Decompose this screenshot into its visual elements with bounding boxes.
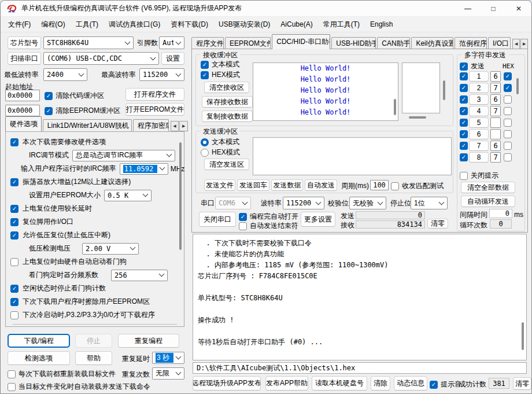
idle-stop-watchdog-checkbox[interactable] bbox=[10, 285, 19, 293]
send-data-button[interactable]: 发送数据 bbox=[271, 179, 303, 191]
send-enter-button[interactable]: 发送回车 bbox=[237, 179, 269, 191]
parity-select[interactable]: 无校验 bbox=[349, 197, 386, 209]
baud-select[interactable]: 115200 bbox=[283, 197, 324, 209]
multi-row-checkbox[interactable] bbox=[460, 153, 468, 161]
multi-row-hex-checkbox[interactable] bbox=[504, 107, 512, 115]
multi-row-hex-checkbox[interactable] bbox=[504, 84, 512, 92]
menu-aicube[interactable]: AiCube(A) bbox=[275, 20, 317, 28]
multi-row-input[interactable] bbox=[490, 94, 501, 105]
tab-program-file[interactable]: 程序文件 bbox=[191, 37, 224, 49]
cold-boot-p32-p33-checkbox[interactable] bbox=[10, 311, 19, 319]
minimize-icon[interactable]: — bbox=[455, 1, 481, 16]
auto-terminator-option[interactable]: 自动发送结束符 bbox=[239, 221, 298, 231]
max-baud-select[interactable]: 115200 bbox=[139, 68, 184, 81]
help-button[interactable]: 帮助 bbox=[75, 351, 112, 365]
multi-row-checkbox[interactable] bbox=[460, 72, 468, 80]
chip-model-select[interactable]: STC8H8K64U bbox=[43, 36, 134, 49]
stop-bits-select[interactable]: 1位 bbox=[411, 197, 448, 209]
auto-send-button[interactable]: 自动发送 bbox=[305, 179, 337, 191]
multi-row-hex-checkbox[interactable] bbox=[504, 142, 512, 150]
auto-open-option[interactable]: 编程完自动打开 bbox=[239, 212, 298, 222]
main-tab-scroll-right-icon[interactable]: ▶ bbox=[520, 39, 528, 49]
multi-row-hex-checkbox[interactable] bbox=[504, 95, 512, 104]
clear-eeprom-checkbox[interactable] bbox=[45, 107, 53, 115]
lvd-voltage-select[interactable]: 2.00 V bbox=[82, 243, 139, 255]
stop-button[interactable]: 停止 bbox=[75, 334, 112, 348]
maximize-icon[interactable]: □ bbox=[481, 1, 506, 16]
tab-hardware-options[interactable]: 硬件选项 bbox=[5, 116, 42, 131]
tab-program-encrypt[interactable]: 程序加密后 bbox=[133, 119, 169, 131]
remote-upgrade-publish-button[interactable]: 远程现场升级APP发布 bbox=[193, 376, 261, 391]
auto-terminator-checkbox[interactable] bbox=[239, 222, 247, 230]
multi-row-button[interactable]: 4 bbox=[469, 106, 489, 116]
multi-row-checkbox[interactable] bbox=[460, 107, 468, 115]
menu-usb-driver[interactable]: USB驱动安装(D) bbox=[213, 20, 275, 30]
irc-frequency-select[interactable]: 11.0592 bbox=[120, 163, 168, 175]
port-settings-button[interactable]: 设置 bbox=[161, 52, 184, 65]
receive-scrollbar[interactable] bbox=[394, 99, 396, 115]
tab-usb-hid-assistant[interactable]: USB-HID助手 bbox=[331, 37, 376, 49]
multi-row-button[interactable]: 5 bbox=[469, 117, 489, 128]
clear-send-button[interactable]: 清空发送区 bbox=[204, 159, 249, 170]
multi-row-button[interactable]: 3 bbox=[469, 94, 489, 105]
multi-row-button[interactable]: 7 bbox=[469, 141, 489, 151]
read-disk-id-button[interactable]: 读取本机硬盘号 bbox=[312, 376, 367, 391]
eeprom-size-select[interactable]: 0.5 K bbox=[104, 190, 152, 201]
multi-row-button[interactable]: 1 bbox=[469, 71, 489, 82]
tab-can-assistant[interactable]: CAN助手 bbox=[377, 37, 410, 49]
close-icon[interactable]: ✕ bbox=[506, 1, 531, 16]
recv-text-mode-option[interactable]: 文本模式 bbox=[201, 60, 239, 69]
erase-eeprom-next-download-checkbox[interactable] bbox=[10, 298, 19, 306]
code-start-address-input[interactable] bbox=[5, 90, 40, 101]
multi-row-input[interactable] bbox=[490, 83, 501, 93]
modify-hw-options-checkbox[interactable] bbox=[10, 138, 19, 146]
scan-port-button[interactable]: 扫描串口 bbox=[8, 52, 41, 65]
tab-cdc-hid-serial-assistant[interactable]: CDC/HID-串口助手 bbox=[272, 34, 330, 49]
multi-row-input[interactable] bbox=[490, 71, 501, 82]
status-scrollbar[interactable] bbox=[522, 322, 524, 350]
hw-watchdog-checkbox[interactable] bbox=[10, 258, 19, 266]
clear-code-checkbox[interactable] bbox=[45, 92, 53, 100]
multi-row-checkbox[interactable] bbox=[460, 95, 468, 104]
menu-tools[interactable]: 工具(T) bbox=[71, 20, 104, 30]
multi-row-checkbox[interactable] bbox=[460, 119, 468, 127]
tab-scroll-left-icon[interactable]: ◀ bbox=[171, 121, 179, 131]
multi-row-button[interactable]: 2 bbox=[469, 83, 489, 93]
clear-code-buffer-option[interactable]: 清除代码缓冲区 bbox=[45, 91, 104, 101]
receive-textarea[interactable]: Hello World! Hello World! Hello World! H… bbox=[253, 62, 398, 121]
dynamic-info-button[interactable]: 动态信息 bbox=[394, 376, 427, 391]
tab-eeprom-file[interactable]: EEPROM文件 bbox=[225, 37, 271, 49]
beep-checkbox[interactable] bbox=[430, 381, 438, 389]
multi-row-checkbox[interactable] bbox=[460, 142, 468, 150]
interval-field[interactable]: 0 bbox=[489, 209, 512, 218]
repeat-count-select[interactable]: 无限 bbox=[152, 367, 184, 380]
chip-type-button[interactable]: 芯片型号 bbox=[8, 36, 41, 49]
multi-row-hex-checkbox[interactable] bbox=[504, 72, 512, 80]
tab-scroll-right-icon[interactable]: ▶ bbox=[179, 121, 188, 131]
recv-hex-mode-checkbox[interactable] bbox=[201, 71, 209, 79]
hex-view-vscrollbar[interactable] bbox=[443, 80, 445, 100]
send-textarea[interactable] bbox=[253, 137, 452, 175]
multi-send-all-checkbox[interactable] bbox=[460, 62, 468, 71]
serial-port-select[interactable]: (COM6) USB-CDC,CDC bbox=[43, 52, 159, 65]
multi-row-checkbox[interactable] bbox=[460, 130, 468, 138]
close-tip-checkbox[interactable] bbox=[460, 172, 468, 180]
menu-english[interactable]: English bbox=[365, 20, 398, 28]
recv-text-mode-checkbox[interactable] bbox=[201, 61, 209, 69]
watchdog-prescaler-select[interactable]: 256 bbox=[111, 270, 168, 281]
long-por-delay-checkbox[interactable] bbox=[10, 205, 19, 213]
pins-select[interactable]: Auto bbox=[159, 36, 184, 49]
receive-hex-view[interactable] bbox=[402, 62, 440, 113]
oscillator-gain-checkbox[interactable] bbox=[10, 178, 19, 186]
recv-hex-mode-option[interactable]: HEX模式 bbox=[201, 70, 240, 80]
auto-load-checkbox[interactable] bbox=[8, 383, 16, 391]
open-program-file-button[interactable]: 打开程序文件 bbox=[125, 88, 184, 101]
tab-sample-programs[interactable]: 范例程序 bbox=[455, 37, 487, 49]
menu-downloads[interactable]: 资料下载(D) bbox=[165, 20, 213, 30]
more-settings-button[interactable]: 更多设置 bbox=[301, 212, 335, 227]
com-port-select[interactable]: COM6 bbox=[215, 197, 251, 209]
clear-receive-button[interactable]: 清空接收区 bbox=[204, 82, 249, 93]
beep-option[interactable]: 提示音 bbox=[430, 380, 461, 389]
multi-row-button[interactable]: 6 bbox=[469, 129, 489, 139]
hw-options-scrollbar[interactable] bbox=[179, 142, 182, 250]
